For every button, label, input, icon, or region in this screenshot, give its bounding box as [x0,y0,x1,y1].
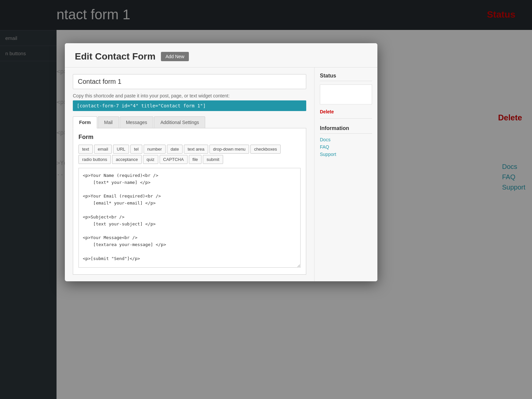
faq-link[interactable]: FAQ [320,144,372,150]
tag-btn-file[interactable]: file [189,155,202,164]
form-editor: Form text email URL tel number date text… [73,128,306,275]
tag-buttons-container: text email URL tel number date text area… [78,145,301,164]
tag-btn-radio[interactable]: radio buttons [78,155,111,164]
tag-btn-url[interactable]: URL [113,145,129,154]
docs-link[interactable]: Docs [320,137,372,142]
tag-btn-date[interactable]: date [167,145,183,154]
modal-sidebar: Status Delete Information Docs FAQ Suppo… [314,67,377,281]
modal-body: Copy this shortcode and paste it into yo… [65,67,377,281]
tag-btn-submit[interactable]: submit [203,155,223,164]
modal-header: Edit Contact Form Add New [65,43,377,67]
tag-btn-acceptance[interactable]: acceptance [112,155,142,164]
info-title: Information [320,125,372,134]
tag-btn-textarea[interactable]: text area [184,145,208,154]
edit-contact-form-modal: Edit Contact Form Add New Copy this shor… [65,43,377,281]
add-new-button[interactable]: Add New [161,52,189,61]
support-link[interactable]: Support [320,152,372,157]
delete-link[interactable]: Delete [320,109,372,119]
form-tabs: Form Mail Messages Additional Settings [73,116,306,128]
tag-btn-captcha[interactable]: CAPTCHA [160,155,188,164]
tab-mail[interactable]: Mail [98,116,119,128]
shortcode-value[interactable]: [contact-form-7 id="4" title="Contact fo… [73,100,306,111]
status-title: Status [320,73,372,81]
tab-messages[interactable]: Messages [120,116,154,128]
tag-btn-quiz[interactable]: quiz [143,155,158,164]
tab-additional-settings[interactable]: Additional Settings [154,116,205,128]
modal-main: Copy this shortcode and paste it into yo… [65,67,314,281]
tag-btn-dropdown[interactable]: drop-down menu [209,145,249,154]
shortcode-label: Copy this shortcode and paste it into yo… [73,93,306,98]
tag-btn-number[interactable]: number [144,145,166,154]
tab-form[interactable]: Form [73,116,97,128]
tag-btn-email[interactable]: email [94,145,112,154]
modal-title: Edit Contact Form [75,51,156,62]
form-name-input[interactable] [73,74,306,89]
tag-btn-text[interactable]: text [78,145,93,154]
status-box [320,84,372,104]
form-section-title: Form [78,134,301,141]
tag-btn-checkboxes[interactable]: checkboxes [250,145,281,154]
tag-btn-tel[interactable]: tel [130,145,142,154]
form-code-textarea[interactable] [78,168,301,268]
